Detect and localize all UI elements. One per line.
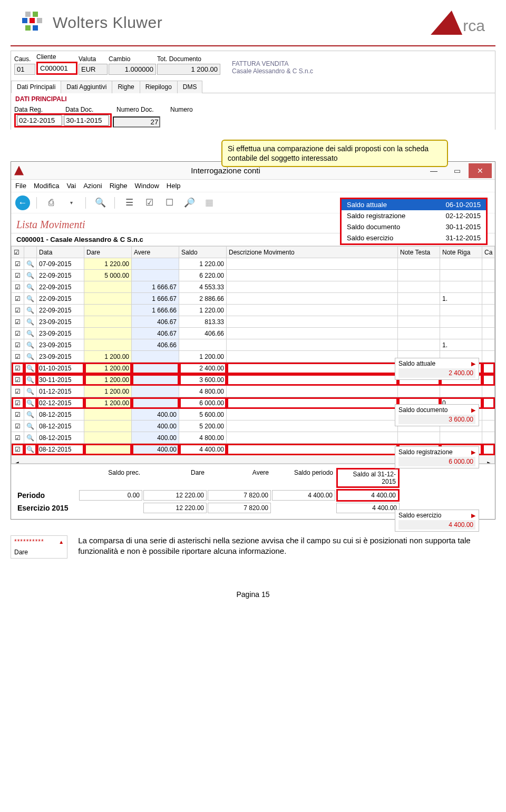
cell-dare bbox=[84, 432, 132, 444]
check-icon[interactable]: ☑ bbox=[141, 195, 157, 211]
tab-dati-aggiuntivi[interactable]: Dati Aggiuntivi bbox=[61, 81, 112, 93]
table-row[interactable]: ☑🔍01-12-20151 200.004 800.00 bbox=[12, 386, 495, 397]
col-saldo[interactable]: Saldo bbox=[179, 247, 227, 258]
row-checkbox[interactable]: ☑ bbox=[12, 258, 24, 270]
magnifier-icon[interactable]: 🔍 bbox=[24, 281, 37, 293]
col-dare[interactable]: Dare bbox=[84, 247, 132, 258]
row-checkbox[interactable]: ☑ bbox=[12, 432, 24, 444]
cell-dare: 1 200.00 bbox=[84, 374, 132, 386]
magnifier-icon[interactable]: 🔍 bbox=[24, 270, 37, 281]
cell-saldo: 813.33 bbox=[179, 316, 227, 328]
saldo-option[interactable]: Saldo registrazione02-12-2015 bbox=[342, 210, 486, 221]
input-data-doc[interactable] bbox=[64, 115, 109, 126]
row-checkbox[interactable]: ☑ bbox=[12, 328, 24, 339]
table-row[interactable]: ☑🔍22-09-20151 666.661 220.00 bbox=[12, 305, 495, 316]
col-descr[interactable]: Descrizione Movimento bbox=[227, 247, 398, 258]
magnifier-icon[interactable]: 🔍 bbox=[24, 444, 37, 455]
magnifier-icon[interactable]: 🔍 bbox=[24, 351, 37, 363]
calendar-icon[interactable]: ▦ bbox=[201, 195, 217, 211]
row-checkbox[interactable]: ☑ bbox=[12, 339, 24, 351]
menu-azioni[interactable]: Azioni bbox=[83, 182, 102, 190]
input-tot[interactable] bbox=[157, 64, 220, 75]
saldo-option[interactable]: Saldo esercizio31-12-2015 bbox=[342, 232, 486, 243]
magnifier-icon[interactable]: 🔍 bbox=[24, 386, 37, 397]
menu-righe[interactable]: Righe bbox=[110, 182, 128, 190]
magnifier-icon[interactable]: 🔍 bbox=[24, 258, 37, 270]
tab-dati-principali[interactable]: Dati Principali bbox=[11, 81, 61, 93]
row-checkbox[interactable]: ☑ bbox=[12, 270, 24, 281]
row-checkbox[interactable]: ☑ bbox=[12, 420, 24, 432]
periodo-speriodo: 4 400.00 bbox=[272, 490, 335, 501]
table-row[interactable]: ☑🔍22-09-20151 666.672 886.661. bbox=[12, 293, 495, 305]
col-ca[interactable]: Ca bbox=[482, 247, 495, 258]
row-checkbox[interactable]: ☑ bbox=[12, 351, 24, 363]
menu-vai[interactable]: Vai bbox=[66, 182, 76, 190]
col-note-riga[interactable]: Note Riga bbox=[440, 247, 482, 258]
menu-file[interactable]: File bbox=[15, 182, 26, 190]
table-row[interactable]: ☑🔍23-09-2015406.67406.66 bbox=[12, 328, 495, 339]
table-row[interactable]: ☑🔍08-12-2015400.004 800.00 bbox=[12, 432, 495, 444]
cell-note-riga bbox=[440, 270, 482, 281]
input-cliente[interactable] bbox=[36, 62, 77, 75]
input-data-reg[interactable] bbox=[17, 115, 62, 126]
col-avere[interactable]: Avere bbox=[132, 247, 179, 258]
magnifier-icon[interactable]: 🔍 bbox=[24, 328, 37, 339]
magnifier-icon[interactable]: 🔍 bbox=[24, 397, 37, 409]
row-checkbox[interactable]: ☑ bbox=[12, 444, 24, 455]
row-checkbox[interactable]: ☑ bbox=[12, 374, 24, 386]
cell-ca bbox=[482, 293, 495, 305]
back-button[interactable]: ← bbox=[15, 195, 30, 210]
uncheck-icon[interactable]: ☐ bbox=[161, 195, 177, 211]
print-dropdown-icon[interactable]: ▾ bbox=[63, 195, 79, 211]
cell-note-testa bbox=[398, 270, 440, 281]
table-row[interactable]: ☑🔍23-09-2015406.661. bbox=[12, 339, 495, 351]
row-checkbox[interactable]: ☑ bbox=[12, 293, 24, 305]
row-checkbox[interactable]: ☑ bbox=[12, 409, 24, 420]
magnifier-icon[interactable]: 🔍 bbox=[24, 316, 37, 328]
tab-dms[interactable]: DMS bbox=[177, 81, 203, 93]
triangle-icon: ▶ bbox=[471, 360, 475, 367]
menu-help[interactable]: Help bbox=[167, 182, 181, 190]
table-row[interactable]: ☑🔍23-09-2015406.67813.33 bbox=[12, 316, 495, 328]
magnifier-icon[interactable]: 🔍 bbox=[24, 305, 37, 316]
input-cambio[interactable] bbox=[109, 64, 156, 75]
saldo-option[interactable]: Saldo documento30-11-2015 bbox=[342, 221, 486, 232]
tab-righe[interactable]: Righe bbox=[112, 81, 140, 93]
input-numero-doc[interactable] bbox=[113, 116, 160, 128]
magnifier-icon[interactable]: 🔍 bbox=[24, 293, 37, 305]
magnifier-icon[interactable]: 🔍 bbox=[24, 339, 37, 351]
magnifier-icon[interactable]: 🔍 bbox=[24, 363, 37, 374]
table-row[interactable]: ☑🔍22-09-20151 666.674 553.33 bbox=[12, 281, 495, 293]
cell-note-riga: 1. bbox=[440, 339, 482, 351]
find-icon[interactable]: 🔎 bbox=[181, 195, 197, 211]
arca-brand: rca bbox=[433, 11, 485, 35]
magnifier-icon[interactable]: 🔍 bbox=[24, 374, 37, 386]
input-caus[interactable] bbox=[14, 64, 35, 75]
col-note-testa[interactable]: Note Testa bbox=[398, 247, 440, 258]
cell-note-riga bbox=[440, 258, 482, 270]
row-checkbox[interactable]: ☑ bbox=[12, 363, 24, 374]
row-checkbox[interactable]: ☑ bbox=[12, 305, 24, 316]
input-valuta[interactable] bbox=[79, 64, 108, 75]
table-row[interactable]: ☑🔍07-09-20151 220.001 220.00 bbox=[12, 258, 495, 270]
zoom-icon[interactable]: 🔍 bbox=[92, 195, 108, 211]
filter-icon[interactable]: ☰ bbox=[121, 195, 137, 211]
tab-riepilogo[interactable]: Riepilogo bbox=[140, 81, 178, 93]
col-data[interactable]: Data bbox=[37, 247, 84, 258]
magnifier-icon[interactable]: 🔍 bbox=[24, 420, 37, 432]
close-button[interactable]: ✕ bbox=[469, 163, 492, 178]
cell-avere bbox=[132, 374, 179, 386]
maximize-button[interactable]: ▭ bbox=[445, 163, 469, 178]
table-row[interactable]: ☑🔍22-09-20155 000.006 220.00 bbox=[12, 270, 495, 281]
magnifier-icon[interactable]: 🔍 bbox=[24, 409, 37, 420]
row-checkbox[interactable]: ☑ bbox=[12, 386, 24, 397]
saldo-option[interactable]: Saldo attuale06-10-2015 bbox=[342, 199, 486, 210]
magnifier-icon[interactable]: 🔍 bbox=[24, 432, 37, 444]
row-checkbox[interactable]: ☑ bbox=[12, 397, 24, 409]
menu-window[interactable]: Window bbox=[135, 182, 159, 190]
menu-modifica[interactable]: Modifica bbox=[34, 182, 59, 190]
col-check[interactable]: ☑ bbox=[12, 247, 24, 258]
row-checkbox[interactable]: ☑ bbox=[12, 281, 24, 293]
print-icon[interactable]: ⎙ bbox=[43, 195, 59, 211]
row-checkbox[interactable]: ☑ bbox=[12, 316, 24, 328]
